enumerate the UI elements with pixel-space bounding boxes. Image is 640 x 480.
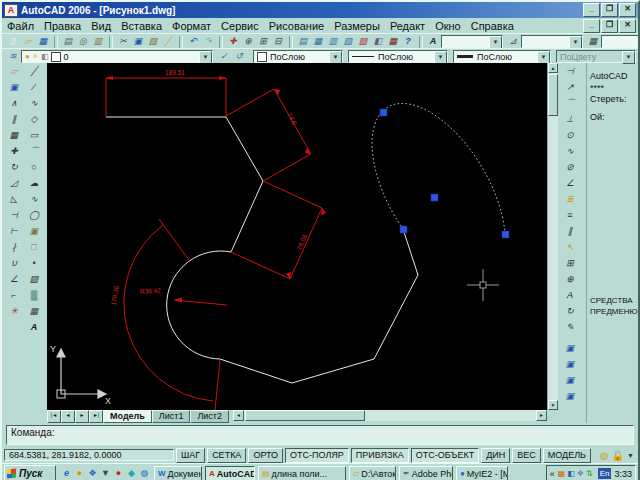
save-icon[interactable] bbox=[36, 35, 50, 49]
arc-length-dimension-icon[interactable] bbox=[563, 97, 577, 111]
model-toggle[interactable]: МОДЕЛЬ bbox=[543, 448, 591, 463]
polar-toggle[interactable]: ОТС-ПОЛЯР bbox=[285, 448, 349, 463]
ortho-toggle[interactable]: ОРТО bbox=[248, 448, 283, 463]
publish-icon[interactable] bbox=[91, 35, 105, 49]
markup-icon[interactable] bbox=[356, 35, 370, 49]
grip-top[interactable] bbox=[380, 109, 387, 116]
close-icon[interactable]: ✕ bbox=[619, 3, 636, 17]
grip-start[interactable] bbox=[400, 226, 407, 233]
tab-layout1[interactable]: Лист1 bbox=[152, 410, 191, 423]
osnap-toggle[interactable]: ПРИВЯЗКА bbox=[351, 448, 409, 463]
vertical-scrollbar[interactable]: ▲ ▼ bbox=[547, 63, 558, 410]
tab-nav-first-icon[interactable]: |◄ bbox=[47, 410, 61, 423]
table-style-field[interactable] bbox=[601, 35, 640, 48]
aligned-dimension-icon[interactable] bbox=[563, 81, 577, 95]
vertical-scroll-thumb[interactable] bbox=[548, 74, 558, 116]
command-input[interactable]: Команда: bbox=[6, 425, 634, 445]
status-menu-chevron-icon[interactable]: ▼ bbox=[627, 452, 634, 459]
dimension-text-edit-icon[interactable] bbox=[563, 289, 577, 303]
quick-launch-icon-2[interactable]: ● bbox=[73, 467, 86, 480]
zoom-realtime-icon[interactable] bbox=[241, 35, 255, 49]
dim-style-icon[interactable] bbox=[506, 35, 520, 49]
color-combo[interactable]: ПоСлою ▼ bbox=[253, 50, 343, 63]
open-icon[interactable] bbox=[21, 35, 35, 49]
extend-icon[interactable] bbox=[7, 225, 21, 239]
task-button-photoshop[interactable]: ✒ Adobe Phot... bbox=[399, 466, 453, 480]
start-button[interactable]: Пуск bbox=[4, 465, 56, 480]
viewport-icon-4[interactable] bbox=[563, 390, 577, 404]
task-button-myie2[interactable]: ● MyIE2 - [Мо... bbox=[456, 466, 508, 480]
mirror-icon[interactable] bbox=[7, 97, 21, 111]
doc-minimize-icon[interactable]: _ bbox=[583, 19, 600, 33]
scroll-left-icon[interactable]: ◄ bbox=[233, 410, 244, 421]
copy-object-icon[interactable] bbox=[7, 81, 21, 95]
make-block-icon[interactable] bbox=[27, 241, 41, 255]
multiline-text-icon[interactable] bbox=[27, 321, 41, 335]
continue-dimension-icon[interactable] bbox=[563, 225, 577, 239]
circle-icon[interactable] bbox=[27, 161, 41, 175]
cut-icon[interactable] bbox=[116, 35, 130, 49]
menu-file[interactable]: Файл bbox=[2, 20, 39, 32]
quick-launch-icon-6[interactable]: ◆ bbox=[125, 467, 138, 480]
explode-icon[interactable] bbox=[7, 305, 21, 319]
viewport-icon-1[interactable] bbox=[563, 342, 577, 356]
angular-dimension-icon[interactable] bbox=[563, 177, 577, 191]
dim-style-combo[interactable]: ▼ bbox=[521, 35, 583, 48]
text-style-combo[interactable]: ▼ bbox=[441, 35, 503, 48]
tray-icon-3[interactable]: ❖ bbox=[577, 469, 584, 478]
menu-modify[interactable]: Редакт bbox=[385, 20, 430, 32]
trim-icon[interactable] bbox=[7, 209, 21, 223]
jogged-dimension-icon[interactable] bbox=[563, 145, 577, 159]
clock[interactable]: 3:33 bbox=[614, 469, 632, 479]
quick-dimension-icon[interactable] bbox=[563, 193, 577, 207]
menu-tools[interactable]: Сервис bbox=[216, 20, 264, 32]
pan-icon[interactable] bbox=[226, 35, 240, 49]
drawing-canvas[interactable]: 189.51 74.6 78.06 R36.42 178.36 Y X bbox=[47, 63, 547, 410]
minimize-icon[interactable]: _ bbox=[583, 3, 600, 17]
tray-icon-2[interactable]: ◧ bbox=[567, 469, 575, 478]
viewport-icon-2[interactable] bbox=[563, 358, 577, 372]
gradient-icon[interactable] bbox=[27, 289, 41, 303]
tool-palettes-icon[interactable] bbox=[326, 35, 340, 49]
redo-icon[interactable] bbox=[201, 35, 215, 49]
rectangle-icon[interactable] bbox=[27, 129, 41, 143]
match-properties-icon[interactable] bbox=[161, 35, 175, 49]
construction-line-icon[interactable] bbox=[27, 81, 41, 95]
text-style-icon[interactable] bbox=[426, 35, 440, 49]
dimension-update-icon[interactable] bbox=[563, 305, 577, 319]
array-icon[interactable] bbox=[7, 129, 21, 143]
table-style-icon[interactable] bbox=[586, 35, 600, 49]
menu-edit[interactable]: Правка bbox=[39, 20, 86, 32]
help-icon[interactable] bbox=[401, 35, 415, 49]
menu-dimension[interactable]: Размеры bbox=[329, 20, 385, 32]
center-mark-icon[interactable] bbox=[563, 273, 577, 287]
hatch-icon[interactable] bbox=[27, 273, 41, 287]
quick-launch-icon-5[interactable]: ● bbox=[112, 467, 125, 480]
horizontal-scrollbar[interactable]: ◄ ► bbox=[233, 410, 547, 421]
scroll-right-icon[interactable]: ► bbox=[536, 410, 547, 421]
grip-end[interactable] bbox=[502, 231, 509, 238]
tab-nav-prev-icon[interactable]: ◄ bbox=[61, 410, 75, 423]
insert-block-icon[interactable] bbox=[27, 225, 41, 239]
dyn-toggle[interactable]: ДИН bbox=[481, 448, 510, 463]
offset-icon[interactable] bbox=[7, 113, 21, 127]
quick-launch-icon-3[interactable]: ❖ bbox=[86, 467, 99, 480]
zoom-previous-icon[interactable] bbox=[271, 35, 285, 49]
baseline-dimension-icon[interactable] bbox=[563, 209, 577, 223]
spline-icon[interactable] bbox=[27, 193, 41, 207]
layer-previous-icon[interactable] bbox=[232, 50, 246, 64]
lineweight-toggle[interactable]: ВЕС bbox=[512, 448, 541, 463]
horizontal-scroll-thumb[interactable] bbox=[245, 410, 365, 421]
sheet-set-manager-icon[interactable] bbox=[341, 35, 355, 49]
linetype-combo[interactable]: ПоСлою ▼ bbox=[348, 50, 448, 63]
tray-icon-1[interactable]: ▦ bbox=[558, 469, 566, 478]
make-layer-current-icon[interactable] bbox=[217, 50, 231, 64]
doc-close-icon[interactable]: ✕ bbox=[619, 19, 636, 33]
otrack-toggle[interactable]: ОТС-ОБЪЕКТ bbox=[411, 448, 479, 463]
menu-help[interactable]: Справка bbox=[466, 20, 519, 32]
plot-icon[interactable] bbox=[61, 35, 75, 49]
arc-icon[interactable] bbox=[27, 145, 41, 159]
tab-model[interactable]: Модель bbox=[103, 410, 152, 423]
scale-icon[interactable] bbox=[7, 177, 21, 191]
lineweight-combo[interactable]: ПоСлою ▼ bbox=[453, 50, 551, 63]
